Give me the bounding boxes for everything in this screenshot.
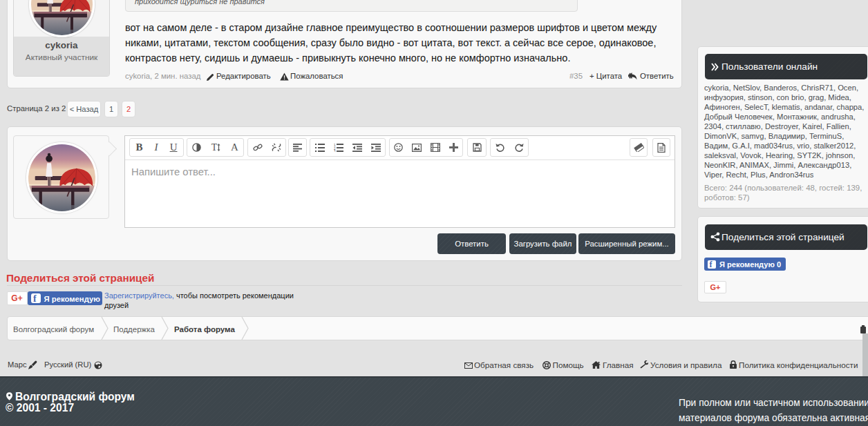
svg-text:3: 3: [334, 149, 336, 152]
